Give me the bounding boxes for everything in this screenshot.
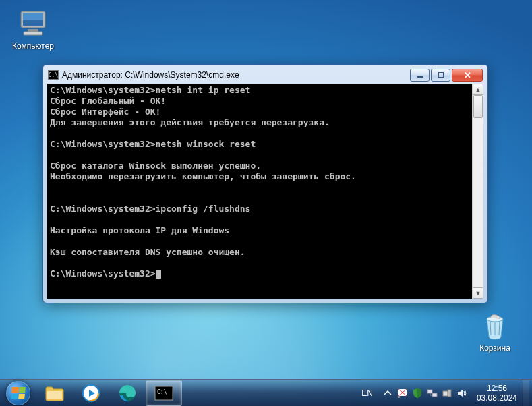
taskbar: C:\_ EN 12:56 03.08.2024 [0, 379, 532, 406]
taskbar-item-cmd[interactable]: C:\_ [146, 380, 182, 406]
svg-rect-4 [24, 32, 42, 35]
tray-chevron-icon[interactable] [382, 388, 393, 399]
close-icon: ✕ [464, 71, 471, 80]
svg-rect-13 [398, 396, 400, 398]
svg-rect-17 [448, 390, 451, 397]
recycle-bin-icon [479, 310, 511, 342]
cmd-window[interactable]: C:\ Администратор: C:\Windows\System32\c… [42, 64, 488, 303]
language-indicator[interactable]: EN [356, 388, 378, 398]
titlebar[interactable]: C:\ Администратор: C:\Windows\System32\c… [47, 69, 483, 84]
folder-icon [44, 384, 65, 403]
clock[interactable]: 12:56 03.08.2024 [471, 384, 523, 403]
close-button[interactable]: ✕ [452, 69, 483, 82]
desktop-icon-label: Компьютер [7, 41, 59, 51]
svg-text:C:\_: C:\_ [157, 389, 170, 395]
taskbar-item-edge[interactable] [109, 380, 146, 406]
edge-icon [117, 384, 138, 403]
tray-volume-icon[interactable] [456, 388, 467, 399]
taskbar-item-media-player[interactable] [73, 380, 109, 406]
media-player-icon [80, 384, 102, 403]
tray-devices-icon[interactable] [442, 388, 452, 399]
taskbar-item-explorer[interactable] [36, 380, 73, 406]
scroll-up-button[interactable]: ▲ [473, 84, 483, 95]
computer-icon [17, 7, 49, 40]
window-title: Администратор: C:\Windows\System32\cmd.e… [62, 70, 407, 80]
terminal-output[interactable]: C:\Windows\system32>netsh int ip reset С… [47, 84, 472, 299]
svg-rect-15 [432, 393, 437, 397]
scrollbar[interactable]: ▲ ▼ [472, 84, 483, 299]
cmd-taskbar-icon: C:\_ [153, 384, 175, 403]
svg-rect-6 [47, 391, 62, 399]
clock-time: 12:56 [477, 384, 517, 393]
tray-network-icon[interactable] [427, 388, 438, 399]
clock-date: 03.08.2024 [477, 393, 517, 403]
maximize-button[interactable] [431, 69, 450, 82]
desktop-icon-computer[interactable]: Компьютер [7, 7, 59, 51]
show-desktop-button[interactable] [523, 380, 529, 407]
cmd-icon: C:\ [48, 70, 59, 80]
scroll-down-button[interactable]: ▼ [473, 287, 483, 299]
desktop-icon-label: Корзина [469, 343, 521, 353]
start-button[interactable] [0, 380, 36, 407]
minimize-button[interactable] [410, 69, 430, 82]
start-orb [6, 381, 30, 405]
tray-flag-icon[interactable] [397, 388, 408, 399]
scroll-track[interactable] [473, 95, 483, 287]
desktop-icon-recycle-bin[interactable]: Корзина [469, 310, 521, 353]
svg-rect-2 [23, 13, 43, 20]
tray-shield-icon[interactable] [412, 388, 423, 399]
tray-icons [378, 388, 471, 399]
scroll-thumb[interactable] [473, 95, 483, 118]
svg-rect-3 [28, 29, 38, 32]
windows-logo-icon [11, 387, 26, 399]
svg-rect-14 [427, 390, 432, 393]
